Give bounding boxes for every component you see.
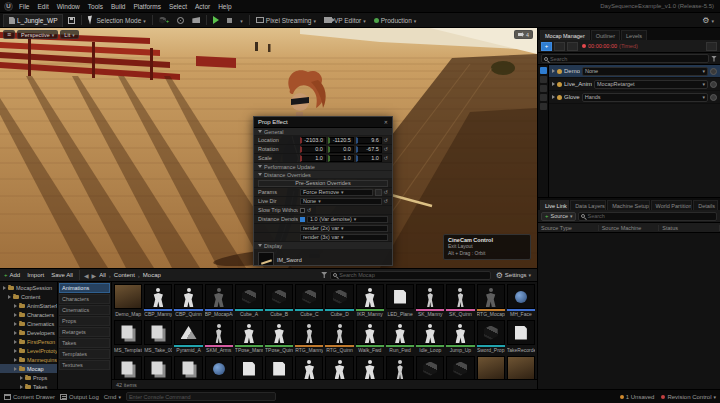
tree-row[interactable]: Takes — [0, 382, 57, 389]
menu-item[interactable]: File — [15, 3, 33, 10]
asset-tile[interactable]: Run_Fwd — [386, 320, 414, 354]
lock-icon[interactable] — [384, 155, 388, 161]
tree-row[interactable]: Props — [0, 373, 57, 382]
asset-tile[interactable]: AS_Run — [356, 356, 384, 379]
tree-row[interactable]: Characters — [0, 310, 57, 319]
asset-tile[interactable]: IKR_Manny — [356, 284, 384, 318]
reset-icon[interactable] — [384, 198, 388, 204]
asset-tile[interactable]: MH_Arch — [205, 356, 233, 379]
denoiser-dropdown[interactable]: 1.0 (Var denoise) — [307, 216, 388, 223]
mocap-tool-icon[interactable] — [540, 67, 547, 74]
asset-tile[interactable]: SKM_Arms — [205, 320, 233, 354]
asset-tile[interactable]: Jump_Up — [446, 320, 474, 354]
asset-tile[interactable]: TPose_Quinn — [265, 320, 293, 354]
mocap-sources-button[interactable] — [554, 42, 565, 51]
mocap-tool-icon[interactable] — [540, 94, 547, 101]
prop-panel-titlebar[interactable]: Prop Effect — [254, 117, 392, 128]
triangle-right-icon[interactable] — [20, 376, 23, 380]
user-badge-icon[interactable] — [710, 68, 717, 75]
asset-tile[interactable]: RTG_Quinn — [325, 320, 353, 354]
panel-tab[interactable]: Mocap Manager — [540, 30, 590, 40]
tree-row[interactable]: FirstPerson — [0, 337, 57, 346]
settings-button[interactable] — [699, 14, 717, 26]
triangle-right-icon[interactable] — [14, 349, 17, 353]
mode-selector[interactable]: Selection Mode — [85, 14, 148, 26]
folder-list-item[interactable]: Characters — [59, 294, 110, 304]
location-z-field[interactable]: 9.6 — [356, 137, 382, 144]
rotation-y-field[interactable]: 0.0 — [328, 146, 354, 153]
denoiser-checkbox[interactable] — [300, 217, 305, 222]
params-dropdown[interactable]: Force Remove — [300, 189, 373, 196]
asset-tile[interactable]: AS_Idle — [295, 356, 323, 379]
asset-search-input[interactable] — [339, 272, 487, 278]
section-general[interactable]: General — [254, 128, 392, 136]
panel-tab[interactable]: Live Link — [540, 200, 569, 210]
breadcrumb-mocap[interactable]: Mocap — [143, 272, 161, 278]
triangle-right-icon[interactable] — [14, 313, 17, 317]
triangle-right-icon[interactable] — [552, 82, 555, 86]
asset-tile[interactable]: Cube_A — [235, 284, 263, 318]
triangle-right-icon[interactable] — [3, 286, 6, 290]
render-var-dropdown-1[interactable]: render (2x) var — [300, 225, 388, 232]
pixel-streaming-button[interactable]: Pixel Streaming — [253, 14, 319, 26]
menu-item[interactable]: Select — [165, 3, 191, 10]
output-log-button[interactable]: Output Log — [60, 394, 99, 400]
tree-row[interactable]: Content — [0, 292, 57, 301]
asset-tile[interactable]: MS_Take_001 — [144, 320, 172, 354]
filter-icon[interactable] — [321, 272, 327, 278]
asset-tile[interactable]: Sword_Prop — [477, 320, 505, 354]
livelink-search-input[interactable] — [587, 213, 714, 219]
mocap-add-button[interactable]: + — [541, 42, 552, 51]
folder-list-item[interactable]: Takes — [59, 338, 110, 348]
menu-item[interactable]: Tools — [84, 3, 107, 10]
triangle-right-icon[interactable] — [14, 340, 17, 344]
user-badge-icon[interactable] — [710, 94, 717, 101]
retarget-dropdown[interactable]: None — [582, 67, 708, 76]
asset-tile[interactable]: Demo_Map — [114, 284, 142, 318]
menu-item[interactable]: Edit — [33, 3, 52, 10]
section-performance[interactable]: Performance Update — [254, 163, 392, 171]
tree-row[interactable]: AnimStarterPack — [0, 301, 57, 310]
content-drawer-button[interactable]: Content Drawer — [4, 394, 55, 400]
asset-tile[interactable]: CBP_Manny — [144, 284, 172, 318]
asset-tile[interactable]: SK_Prop — [386, 356, 414, 379]
tree-row[interactable]: Mocap — [0, 364, 57, 373]
panel-tab[interactable]: World Partition — [651, 200, 693, 210]
location-y-field[interactable]: -1120.5 — [328, 137, 354, 144]
browse-icon[interactable] — [375, 189, 382, 196]
tree-row[interactable]: Cinematics — [0, 319, 57, 328]
perspective-selector[interactable]: Perspective — [17, 30, 58, 39]
triangle-right-icon[interactable] — [14, 358, 17, 362]
reset-icon[interactable] — [384, 146, 388, 152]
panel-tab[interactable]: Levels — [621, 30, 647, 40]
mocap-subject-row[interactable]: Glove Hands — [549, 91, 720, 104]
import-button[interactable]: Import — [25, 270, 46, 281]
menu-item[interactable]: Help — [214, 3, 235, 10]
scale-y-field[interactable]: 1.0 — [328, 155, 354, 162]
rotation-z-field[interactable]: -67.5 — [356, 146, 382, 153]
rotation-x-field[interactable]: 0.0 — [300, 146, 326, 153]
console-input[interactable] — [129, 394, 273, 400]
panel-tab[interactable]: Machine Setup — [607, 200, 649, 210]
triangle-right-icon[interactable] — [20, 385, 23, 389]
asset-tile[interactable]: CBP_Quinn — [174, 284, 202, 318]
asset-tile[interactable]: Idle_Loop — [416, 320, 444, 354]
mocap-subject-row[interactable]: Demo None — [549, 65, 720, 78]
asset-tile[interactable]: Take_01 — [114, 356, 142, 379]
folder-list-item[interactable]: Textures — [59, 360, 110, 370]
add-asset-button[interactable]: Add — [4, 270, 22, 281]
triangle-right-icon[interactable] — [14, 322, 17, 326]
tree-row[interactable]: Developers — [0, 328, 57, 337]
user-badge-icon[interactable] — [710, 81, 717, 88]
triangle-right-icon[interactable] — [14, 304, 17, 308]
add-source-button[interactable]: Source — [541, 212, 576, 221]
asset-tile[interactable]: MS_Template — [114, 320, 142, 354]
mocap-subject-row[interactable]: Live_Anim MocapRetarget — [549, 78, 720, 91]
retarget-dropdown[interactable]: Hands — [582, 93, 708, 102]
reset-icon[interactable] — [307, 207, 311, 213]
forward-arrow-icon[interactable]: ▶ — [92, 272, 97, 279]
add-actor-button[interactable] — [156, 14, 173, 26]
asset-tile[interactable]: Take_02 — [144, 356, 172, 379]
back-arrow-icon[interactable]: ◀ — [84, 272, 89, 279]
panel-tab[interactable]: Outliner — [591, 30, 620, 40]
